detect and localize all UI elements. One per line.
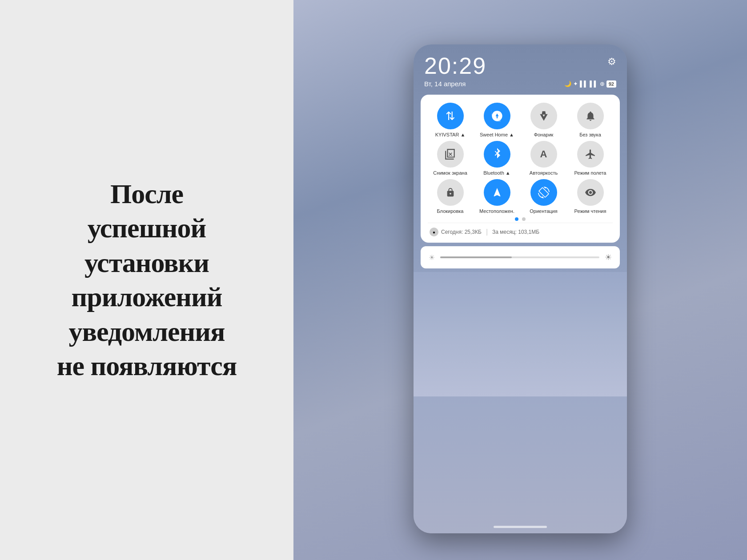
brightness-low-icon: ☀ <box>429 253 435 262</box>
qs-item-silent[interactable]: Без звука <box>568 103 613 137</box>
qs-silent-icon[interactable] <box>577 103 604 129</box>
left-panel: После успешной установки приложений увед… <box>0 0 293 560</box>
line6: не появляются <box>57 351 237 381</box>
phone-wallpaper-bottom <box>414 272 627 396</box>
data-today: Сегодня: 25,3КБ <box>441 229 482 235</box>
handwriting-text: После успешной установки приложений увед… <box>57 177 237 384</box>
qs-item-sweethome[interactable]: Sweet Home ▲ <box>474 103 519 137</box>
line1: После <box>110 179 183 209</box>
home-indicator[interactable] <box>494 526 547 528</box>
data-month: За месяц: 103,1МБ <box>492 229 539 235</box>
pagination-dots <box>428 217 613 221</box>
qs-bluetooth-label: Bluetooth ▲ <box>483 170 510 176</box>
qs-reading-icon[interactable] <box>577 179 604 206</box>
phone-mockup: 20:29 ⚙ Вт, 14 апреля 🌙 ✦ ▌▌ ▌▌ ⊕ 92 <box>414 44 627 533</box>
status-bar: 20:29 ⚙ Вт, 14 апреля 🌙 ✦ ▌▌ ▌▌ ⊕ 92 <box>414 44 627 91</box>
line4: приложений <box>72 282 222 312</box>
qs-reading-label: Режим чтения <box>574 208 606 214</box>
qs-item-location[interactable]: Местоположен. <box>474 179 519 214</box>
data-divider: | <box>486 228 488 236</box>
quick-settings-panel: ⇅ KYIVSTAR ▲ Sweet Home ▲ <box>421 95 620 243</box>
brightness-fill <box>440 256 512 258</box>
qs-lock-icon[interactable] <box>437 179 464 206</box>
qs-orientation-label: Ориентация <box>530 208 557 214</box>
qs-location-label: Местоположен. <box>479 208 514 214</box>
qs-item-reading[interactable]: Режим чтения <box>568 179 613 214</box>
qs-airplane-label: Режим полета <box>574 170 606 176</box>
brightness-track[interactable] <box>440 256 599 258</box>
qs-kyivstar-label: KYIVSTAR ▲ <box>435 132 466 137</box>
qs-item-orientation[interactable]: Ориентация <box>521 179 566 214</box>
qs-sweethome-icon[interactable] <box>484 103 510 129</box>
right-panel: 20:29 ⚙ Вт, 14 апреля 🌙 ✦ ▌▌ ▌▌ ⊕ 92 <box>293 0 747 560</box>
quick-settings-grid: ⇅ KYIVSTAR ▲ Sweet Home ▲ <box>428 103 613 214</box>
qs-item-screenshot[interactable]: Снимок экрана <box>428 141 473 176</box>
qs-flashlight-label: Фонарик <box>534 132 554 137</box>
line2: успешной <box>88 213 206 243</box>
qs-silent-label: Без звука <box>579 132 601 137</box>
brightness-bar: ☀ ☀ <box>421 246 620 268</box>
data-usage-bar: ● Сегодня: 25,3КБ | За месяц: 103,1МБ <box>428 223 613 237</box>
line5: уведомления <box>69 316 225 347</box>
date-display: Вт, 14 апреля <box>424 80 466 88</box>
qs-airplane-icon[interactable] <box>577 141 604 168</box>
data-usage-icon: ● <box>430 228 438 236</box>
battery-indicator: 92 <box>606 80 616 88</box>
qs-autobrightness-icon[interactable]: A <box>530 141 557 168</box>
moon-icon: 🌙 <box>564 80 571 87</box>
qs-sweethome-label: Sweet Home ▲ <box>480 132 514 137</box>
bluetooth-status-icon: ✦ <box>573 80 578 87</box>
line3: установки <box>84 248 209 278</box>
dot-1 <box>515 217 518 221</box>
qs-item-bluetooth[interactable]: Bluetooth ▲ <box>474 141 519 176</box>
signal2-icon: ▌▌ <box>590 80 598 87</box>
qs-screenshot-label: Снимок экрана <box>433 170 467 176</box>
qs-lock-label: Блокировка <box>437 208 464 214</box>
wifi-icon: ⊕ <box>600 80 605 87</box>
qs-location-icon[interactable] <box>484 179 510 206</box>
qs-screenshot-icon[interactable] <box>437 141 464 168</box>
qs-bluetooth-icon[interactable] <box>484 141 510 168</box>
qs-item-airplane[interactable]: Режим полета <box>568 141 613 176</box>
qs-item-autobrightness[interactable]: A Автояркость <box>521 141 566 176</box>
signal-icon: ▌▌ <box>580 80 588 87</box>
qs-item-flashlight[interactable]: Фонарик <box>521 103 566 137</box>
settings-icon[interactable]: ⚙ <box>607 56 616 68</box>
time-display: 20:29 <box>424 52 486 79</box>
qs-item-kyivstar[interactable]: ⇅ KYIVSTAR ▲ <box>428 103 473 137</box>
status-icons: 🌙 ✦ ▌▌ ▌▌ ⊕ 92 <box>564 80 616 88</box>
qs-orientation-icon[interactable] <box>530 179 557 206</box>
dot-2 <box>522 217 526 221</box>
qs-flashlight-icon[interactable] <box>530 103 557 129</box>
qs-autobrightness-label: Автояркость <box>530 170 558 176</box>
brightness-high-icon: ☀ <box>605 252 612 262</box>
qs-item-lock[interactable]: Блокировка <box>428 179 473 214</box>
qs-kyivstar-icon[interactable]: ⇅ <box>437 103 464 129</box>
